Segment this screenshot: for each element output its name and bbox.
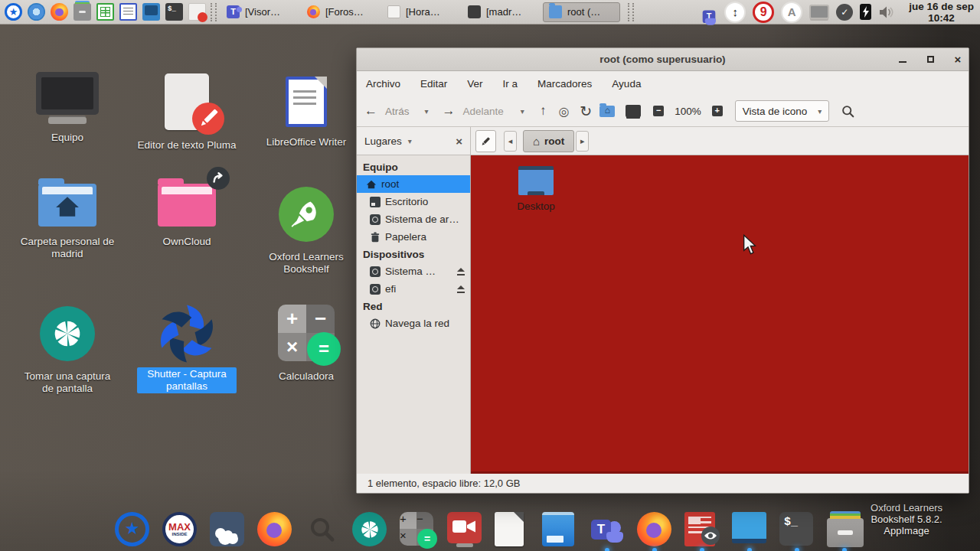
archive-manager-icon[interactable]: [74, 3, 91, 21]
up-button[interactable]: ↑: [540, 103, 547, 119]
dock-screen-recorder[interactable]: [447, 512, 482, 546]
toolbar: ← Atrás ▾ → Adelante ▾ ↑ ◎ ↻ ⌂ − 100% + …: [357, 96, 969, 127]
task-button-visor[interactable]: T [Visor…: [221, 2, 299, 22]
file-item-desktop[interactable]: Desktop: [501, 166, 570, 212]
desktop-icon-writer[interactable]: LibreOffice Writer: [248, 77, 364, 148]
dock-display-app[interactable]: [732, 512, 766, 546]
dock-appimage-archive[interactable]: [827, 512, 861, 546]
sidebar-item-root[interactable]: root: [357, 175, 470, 193]
desktop-icon-home-folder[interactable]: Carpeta personal de madrid: [9, 184, 126, 260]
shutter-launcher-icon[interactable]: ★: [5, 3, 22, 21]
sidebar-item-efi[interactable]: efi: [357, 280, 470, 298]
battery-icon[interactable]: [860, 4, 871, 20]
menu-editar[interactable]: Editar: [420, 78, 447, 90]
dock-firefox[interactable]: [257, 512, 292, 546]
menu-ver[interactable]: Ver: [467, 78, 482, 90]
display-tray-icon[interactable]: [809, 5, 829, 19]
dock-shutter-star[interactable]: ★: [115, 512, 149, 546]
dock-calculator[interactable]: + − × =: [400, 512, 434, 546]
task-button-root-active[interactable]: root (…: [543, 2, 620, 22]
sidebar-item-network[interactable]: Navega la red: [357, 315, 470, 332]
shortcut-arrow-icon: [207, 167, 230, 190]
dock-firefox-running[interactable]: [637, 512, 671, 546]
menu-archivo[interactable]: Archivo: [366, 78, 400, 90]
file-manager-icon[interactable]: [142, 3, 160, 21]
menu-marcadores[interactable]: Marcadores: [537, 78, 592, 90]
libreoffice-calc-icon[interactable]: [96, 3, 114, 21]
dock-terminal[interactable]: $_: [779, 512, 814, 546]
breadcrumb-root-button[interactable]: ⌂ root: [523, 130, 574, 152]
dock-max-inside[interactable]: MAXINSIDE: [162, 512, 197, 546]
minimize-button[interactable]: [897, 54, 909, 66]
updates-badge[interactable]: 9: [753, 2, 774, 23]
back-button[interactable]: ←: [364, 103, 377, 119]
home-button[interactable]: ⌂: [599, 106, 615, 117]
task-button-madr[interactable]: [madr…: [462, 2, 540, 22]
libreoffice-writer-icon[interactable]: [119, 3, 137, 21]
dock-file-manager[interactable]: [542, 512, 577, 546]
check-tray-icon[interactable]: ✓: [836, 4, 853, 21]
desktop-icon-shutter[interactable]: Shutter - Captura pantallas: [129, 303, 245, 393]
title-bar[interactable]: root (como superusuario) ×: [357, 48, 969, 71]
calculator-icon: + − × =: [400, 512, 433, 546]
breadcrumb-right-button[interactable]: ▸: [576, 131, 589, 152]
pluma-icon[interactable]: [188, 3, 206, 21]
dock-search[interactable]: [305, 512, 339, 546]
menu-ira[interactable]: Ir a: [503, 78, 518, 90]
letter-a-badge[interactable]: A: [781, 2, 802, 23]
clock[interactable]: jue 16 de sep 10:42: [909, 1, 974, 24]
view-mode-select[interactable]: Vista de icono ▾: [735, 100, 830, 122]
edit-location-button[interactable]: [475, 130, 496, 152]
eject-icon[interactable]: [456, 268, 466, 276]
breadcrumb-left-button[interactable]: ◂: [504, 131, 517, 152]
close-button[interactable]: ×: [952, 54, 964, 66]
appimage-label[interactable]: Oxford Learners Bookshelf 5.8.2. AppImag…: [859, 502, 954, 536]
sidebar-item-papelera[interactable]: Papelera: [357, 228, 470, 246]
chevron-down-icon[interactable]: ▾: [408, 137, 412, 145]
eject-icon[interactable]: [456, 285, 466, 293]
teams-tray-icon[interactable]: T: [702, 5, 717, 19]
stop-button[interactable]: ◎: [558, 104, 569, 119]
dock-owncloud[interactable]: [210, 512, 244, 546]
close-sidebar-icon[interactable]: ×: [456, 135, 462, 148]
desktop-icon-screenshot[interactable]: Tomar una captura de pantalla: [9, 306, 126, 395]
task-button-hora[interactable]: [Hora…: [382, 2, 459, 22]
forward-label[interactable]: Adelante: [463, 106, 504, 117]
home-icon: [366, 179, 377, 190]
zoom-out-button[interactable]: −: [653, 106, 664, 116]
desktop-icon-oxford[interactable]: Oxford Learners Bookshelf: [248, 187, 364, 276]
desktop-icon-owncloud[interactable]: OwnCloud: [129, 184, 245, 248]
terminal-icon[interactable]: $_: [165, 3, 183, 21]
back-dropdown[interactable]: ▾: [425, 107, 429, 116]
dock: ★ MAXINSIDE + − × =: [115, 512, 861, 546]
computer-button[interactable]: [626, 105, 641, 117]
sidebar-item-sistema[interactable]: Sistema …: [357, 262, 470, 280]
task-button-foros[interactable]: [Foros…: [302, 2, 379, 22]
firefox-icon[interactable]: [51, 3, 68, 21]
volume-icon[interactable]: [878, 5, 894, 20]
folder-view[interactable]: Desktop: [471, 155, 969, 474]
menu-ayuda[interactable]: Ayuda: [612, 78, 641, 90]
chromium-icon[interactable]: [28, 3, 45, 21]
zoom-in-button[interactable]: +: [712, 106, 723, 116]
running-indicator: [700, 548, 704, 551]
desktop-icon-pluma[interactable]: Editor de texto Pluma: [129, 73, 245, 152]
forward-dropdown[interactable]: ▾: [521, 107, 524, 116]
places-panel-header[interactable]: Lugares ▾ ×: [357, 127, 471, 155]
maximize-button[interactable]: [924, 54, 936, 66]
sidebar-item-filesystem[interactable]: Sistema de ar…: [357, 210, 470, 228]
dock-document-viewer[interactable]: [684, 512, 719, 546]
window-controls: ×: [897, 48, 964, 70]
forward-button[interactable]: →: [443, 103, 456, 119]
dock-libreoffice[interactable]: [495, 512, 529, 546]
dock-screenshot[interactable]: [352, 512, 387, 546]
dock-teams[interactable]: T: [590, 512, 624, 546]
desktop-icon-calculator[interactable]: + − × = Calculadora: [248, 305, 364, 383]
updown-indicator-icon[interactable]: ↕: [724, 2, 746, 23]
refresh-button[interactable]: ↻: [580, 103, 592, 120]
search-icon[interactable]: [841, 105, 854, 118]
back-label[interactable]: Atrás: [385, 106, 410, 117]
desktop-screen: { "panel": { "clock_line1": "jue 16 de s…: [0, 0, 980, 551]
sidebar-item-escritorio[interactable]: Escritorio: [357, 193, 470, 210]
desktop-icon-equipo[interactable]: Equipo: [9, 72, 126, 144]
